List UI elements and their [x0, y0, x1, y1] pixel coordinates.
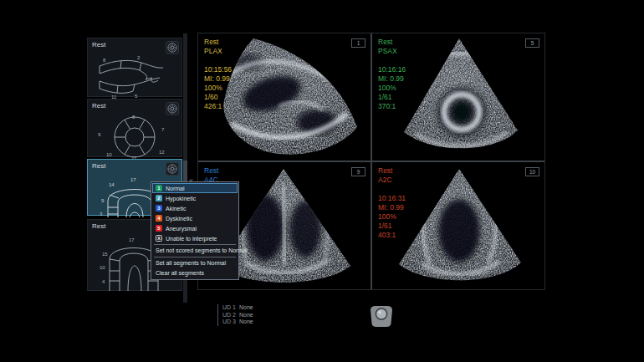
ud1-label: UD 1 [222, 304, 239, 312]
gain-percent: 100% [378, 212, 406, 222]
score-4-badge: 4 [156, 215, 162, 222]
menu-item-label: Unable to interprete [166, 236, 217, 242]
segment-wheel-icon[interactable] [166, 41, 179, 54]
acq-time: 10:15:56 [204, 65, 232, 74]
bullseye-diagram: 8 7 12 11 10 9 [88, 114, 181, 160]
svg-text:12: 12 [159, 150, 165, 155]
clip-number-badge: 1 [351, 38, 365, 48]
svg-text:10: 10 [100, 265, 105, 270]
clip-number-badge: 10 [525, 167, 539, 176]
ud3-value: None [239, 319, 253, 326]
ratio-value: 426:1 [204, 102, 232, 111]
sidebar-panel-bullseye[interactable]: Rest 8 7 12 11 [87, 99, 182, 157]
score-x-badge: X [156, 235, 162, 242]
svg-text:7: 7 [161, 127, 165, 132]
sidebar-panel-plax-segments[interactable]: Rest 8 2 11 [87, 38, 182, 97]
svg-text:4: 4 [102, 279, 105, 284]
svg-text:17: 17 [130, 177, 136, 182]
ud-row-1: UD 1 None [222, 304, 253, 312]
panel-state-label: Rest [92, 162, 105, 170]
gain-percent: 100% [378, 84, 406, 93]
ud-row-2: UD 2 None [222, 312, 253, 319]
menu-item-label: Hypokinetic [166, 196, 196, 201]
mi-value: MI: 0.99 [378, 203, 406, 212]
panel-state-label: Rest [92, 222, 105, 230]
menu-item-dyskinetic[interactable]: 4 Dyskinetic [152, 213, 238, 223]
state-label: Rest [378, 38, 406, 47]
svg-text:9: 9 [98, 132, 101, 137]
view-label: A2C [378, 176, 406, 185]
quadrant-overlay-plax: Rest PLAX 10:15:56 MI: 0.99 100% 1/60 42… [204, 38, 232, 111]
action-clear-all-segments[interactable]: Clear all segments [152, 268, 238, 278]
svg-text:15: 15 [102, 252, 108, 257]
menu-item-label: Dyskinetic [166, 216, 192, 222]
action-set-not-scored-to-normal[interactable]: Set not scored segments to Normal [152, 246, 238, 256]
panel-state-label: Rest [92, 41, 105, 48]
action-set-all-to-normal[interactable]: Set all segments to Normal [152, 258, 238, 268]
score-1-badge: 1 [156, 185, 162, 191]
trackball-icon [366, 304, 396, 333]
ud1-value: None [239, 304, 253, 312]
ud-row-3: UD 3 None [222, 319, 253, 326]
plax-segment-diagram: 8 2 11 5 [88, 53, 181, 99]
svg-text:2: 2 [137, 55, 141, 60]
ratio-value: 370:1 [378, 102, 406, 111]
mi-value: MI: 0.99 [204, 74, 232, 84]
quadrant-overlay-psax: Rest PSAX 10:16:16 MI: 0.99 100% 1/61 37… [378, 38, 406, 111]
menu-item-label: Akinetic [166, 206, 187, 212]
svg-text:10: 10 [106, 152, 112, 157]
menu-item-normal[interactable]: 1 Normal [152, 183, 238, 193]
acq-time: 10:16:31 [378, 194, 406, 203]
clip-number-badge: 9 [351, 167, 365, 176]
view-label: PSAX [378, 47, 406, 56]
segment-score-context-menu: 1 Normal 2 Hypokinetic 3 Akinetic 4 Dysk… [151, 181, 239, 280]
svg-text:17: 17 [129, 237, 135, 242]
svg-text:8: 8 [103, 58, 106, 63]
clip-number-badge: 5 [525, 38, 539, 48]
frame-counter: 1/61 [378, 222, 406, 231]
menu-item-akinetic[interactable]: 3 Akinetic [152, 203, 238, 213]
frame-counter: 1/61 [378, 93, 406, 102]
score-2-badge: 2 [156, 195, 162, 201]
quad-view-grid: Rest PLAX 10:15:56 MI: 0.99 100% 1/60 42… [198, 33, 544, 289]
menu-separator [154, 244, 236, 245]
view-label: PLAX [204, 47, 232, 56]
frame-counter: 1/60 [204, 93, 232, 102]
user-defined-block: UD 1 None UD 2 None UD 3 None [217, 304, 253, 326]
state-label: Rest [204, 38, 232, 47]
ud2-label: UD 2 [222, 312, 239, 319]
menu-item-label: Normal [166, 186, 185, 191]
svg-text:14: 14 [109, 182, 115, 187]
score-5-badge: 5 [156, 225, 162, 232]
menu-item-unable-to-interprete[interactable]: X Unable to interprete [152, 233, 238, 243]
panel-state-label: Rest [92, 102, 105, 110]
score-3-badge: 3 [156, 205, 162, 212]
quadrant-a2c[interactable]: Rest A2C 10:16:31 MI: 0.99 100% 1/61 403… [372, 162, 544, 289]
segment-wheel-icon[interactable] [166, 162, 179, 176]
ud3-label: UD 3 [222, 319, 239, 326]
quadrant-psax[interactable]: Rest PSAX 10:16:16 MI: 0.99 100% 1/61 37… [372, 33, 544, 161]
svg-text:9: 9 [101, 198, 105, 203]
acq-time: 10:16:16 [378, 65, 406, 74]
quadrant-overlay-a2c: Rest A2C 10:16:31 MI: 0.99 100% 1/61 403… [378, 166, 406, 240]
menu-separator [154, 257, 236, 257]
segment-wheel-icon[interactable] [166, 102, 179, 115]
mi-value: MI: 0.99 [378, 74, 406, 84]
menu-item-aneurysmal[interactable]: 5 Aneurysmal [152, 223, 238, 233]
state-label: Rest [378, 166, 406, 176]
menu-item-hypokinetic[interactable]: 2 Hypokinetic [152, 193, 238, 203]
ratio-value: 403:1 [378, 231, 406, 240]
menu-item-label: Aneurysmal [166, 226, 197, 232]
ud2-value: None [239, 312, 253, 319]
state-label: Rest [204, 166, 218, 176]
svg-text:3: 3 [100, 212, 103, 217]
gain-percent: 100% [204, 84, 232, 93]
quadrant-plax[interactable]: Rest PLAX 10:15:56 MI: 0.99 100% 1/60 42… [198, 33, 371, 161]
